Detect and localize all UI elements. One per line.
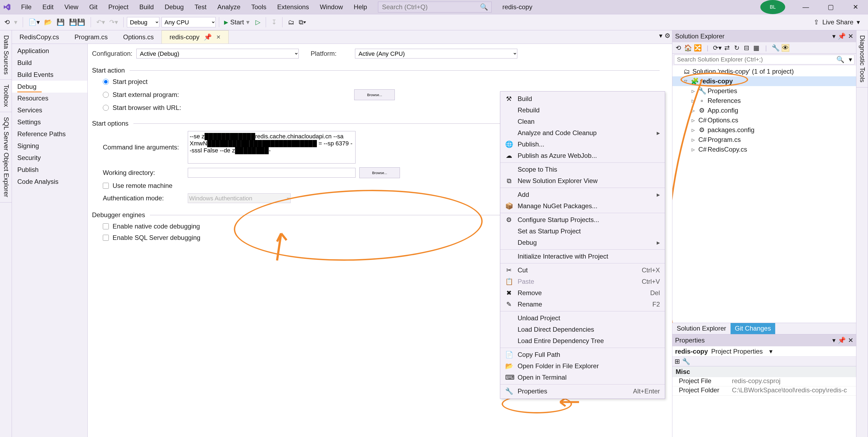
- ctx-open-folder-in-file-explorer[interactable]: 📂Open Folder in File Explorer: [500, 360, 665, 372]
- doc-tab-redis-copy[interactable]: redis-copy📌✕: [161, 30, 229, 43]
- menu-git[interactable]: Git: [84, 3, 103, 11]
- folder-button[interactable]: 🗂: [286, 17, 297, 27]
- propnav-build-events[interactable]: Build Events: [12, 69, 87, 81]
- menu-test[interactable]: Test: [189, 3, 212, 11]
- minimize-button[interactable]: —: [793, 0, 818, 14]
- maximize-button[interactable]: ▢: [818, 0, 843, 14]
- props-dd2[interactable]: ▾: [769, 348, 773, 355]
- menu-view[interactable]: View: [59, 3, 84, 11]
- twisty-icon[interactable]: ▹: [690, 107, 696, 114]
- propnav-settings[interactable]: Settings: [12, 116, 87, 128]
- propnav-build[interactable]: Build: [12, 57, 87, 69]
- start-without-debug-button[interactable]: ▷: [253, 17, 262, 27]
- config-dropdown[interactable]: Debug: [127, 17, 159, 27]
- browse-wd-button[interactable]: Browse...: [359, 167, 400, 178]
- se-node-program-cs[interactable]: ▹C#Program.cs: [672, 135, 856, 145]
- menu-debug[interactable]: Debug: [159, 3, 189, 11]
- window-layout-button[interactable]: ⧉▾: [297, 17, 308, 27]
- twisty-icon[interactable]: ▹: [690, 126, 696, 134]
- propnav-services[interactable]: Services: [12, 104, 87, 116]
- menu-edit[interactable]: Edit: [37, 3, 59, 11]
- twisty-icon[interactable]: ▿: [683, 78, 689, 85]
- ctx-set-as-startup-project[interactable]: Set as Startup Project: [500, 226, 665, 237]
- twisty-icon[interactable]: ▹: [690, 87, 696, 95]
- propnav-reference-paths[interactable]: Reference Paths: [12, 128, 87, 140]
- start-external-radio[interactable]: [103, 92, 109, 98]
- menu-extensions[interactable]: Extensions: [272, 3, 314, 11]
- props-row[interactable]: Project Fileredis-copy.csproj: [672, 377, 856, 386]
- se-refresh-icon[interactable]: ↻: [733, 44, 741, 52]
- propnav-debug[interactable]: Debug: [12, 81, 87, 93]
- remote-machine-checkbox[interactable]: [103, 183, 109, 189]
- solution-explorer-tree[interactable]: 🗂Solution 'redis-copy' (1 of 1 project)▿…: [672, 65, 856, 323]
- close-tab-button[interactable]: ✕: [216, 34, 221, 40]
- ctx-configure-startup-projects-[interactable]: ⚙Configure Startup Projects...: [500, 214, 665, 226]
- ctx-rename[interactable]: ✎RenameF2: [500, 299, 665, 310]
- menu-help[interactable]: Help: [348, 3, 372, 11]
- se-search-input[interactable]: [674, 55, 834, 64]
- ctx-build[interactable]: ⚒Build: [500, 93, 665, 105]
- propnav-security[interactable]: Security: [12, 152, 87, 164]
- tab-options-button[interactable]: ⚙: [664, 32, 671, 39]
- right-strip-diagnostic-tools[interactable]: Diagnostic Tools: [856, 30, 868, 87]
- ctx-scope-to-this[interactable]: Scope to This: [500, 164, 665, 175]
- left-strip-toolbox[interactable]: Toolbox: [0, 80, 12, 112]
- props-close[interactable]: ✕: [848, 337, 854, 344]
- new-item-button[interactable]: 📄▾: [26, 17, 42, 27]
- doc-tab-options-cs[interactable]: Options.cs: [116, 31, 161, 43]
- panel-dropdown-button[interactable]: ▾: [832, 32, 836, 40]
- se-node-packages-config[interactable]: ▹⚙packages.config: [672, 125, 856, 135]
- se-tab-git-changes[interactable]: Git Changes: [731, 323, 775, 334]
- se-collapse-icon[interactable]: ⊟: [743, 44, 750, 52]
- left-strip-sql-server-object-explorer[interactable]: SQL Server Object Explorer: [0, 112, 12, 203]
- menu-project[interactable]: Project: [103, 3, 134, 11]
- sql-debug-checkbox[interactable]: [103, 235, 109, 241]
- menu-analyze[interactable]: Analyze: [212, 3, 246, 11]
- close-button[interactable]: ✕: [843, 0, 868, 14]
- ctx-publish-as-azure-webjob-[interactable]: ☁Publish as Azure WebJob...: [500, 150, 665, 162]
- menu-build[interactable]: Build: [134, 3, 159, 11]
- ctx-clean[interactable]: Clean: [500, 116, 665, 127]
- open-button[interactable]: 📂: [42, 17, 54, 27]
- se-search-dd[interactable]: ▾: [847, 56, 854, 63]
- start-button[interactable]: ▶Start▾: [222, 17, 253, 27]
- ctx-debug[interactable]: Debug: [500, 237, 665, 248]
- ctx-load-entire-dependency-tree[interactable]: Load Entire Dependency Tree: [500, 335, 665, 347]
- nav-fwd-button[interactable]: ▾: [12, 17, 20, 27]
- twisty-icon[interactable]: ▹: [690, 116, 696, 124]
- ctx-unload-project[interactable]: Unload Project: [500, 313, 665, 324]
- ctx-copy-full-path[interactable]: 📄Copy Full Path: [500, 349, 665, 360]
- save-button[interactable]: 💾: [54, 17, 67, 27]
- pin-icon[interactable]: 📌: [204, 33, 212, 41]
- left-strip-data-sources[interactable]: Data Sources: [0, 30, 12, 80]
- se-preview-icon[interactable]: 👁: [782, 44, 789, 52]
- se-showall-icon[interactable]: ▦: [752, 44, 760, 52]
- doc-tab-program-cs[interactable]: Program.cs: [67, 31, 116, 43]
- undo-button[interactable]: ↶▾: [94, 17, 107, 27]
- ctx-add[interactable]: Add: [500, 189, 665, 200]
- redo-button[interactable]: ↷▾: [107, 17, 120, 27]
- menu-window[interactable]: Window: [314, 3, 348, 11]
- solution-explorer-search[interactable]: 🔍▾: [674, 55, 855, 64]
- quick-search-input[interactable]: [382, 3, 480, 11]
- project-context-menu[interactable]: ⚒BuildRebuildCleanAnalyze and Code Clean…: [500, 91, 665, 399]
- configuration-dropdown[interactable]: Active (Debug): [136, 49, 299, 58]
- start-project-radio[interactable]: [103, 79, 109, 85]
- ctx-open-in-terminal[interactable]: ⌨Open in Terminal: [500, 372, 665, 383]
- ctx-manage-nuget-packages-[interactable]: 📦Manage NuGet Packages...: [500, 200, 665, 212]
- start-browser-radio[interactable]: [103, 105, 109, 111]
- propnav-resources[interactable]: Resources: [12, 92, 87, 104]
- propnav-publish[interactable]: Publish: [12, 164, 87, 176]
- props-row[interactable]: Project FolderC:\LBWorkSpace\tool\redis-…: [672, 386, 856, 396]
- ctx-load-direct-dependencies[interactable]: Load Direct Dependencies: [500, 324, 665, 335]
- ctx-initialize-interactive-with-project[interactable]: Initialize Interactive with Project: [500, 251, 665, 262]
- se-switch-view-icon[interactable]: 🔀: [694, 44, 702, 52]
- save-all-button[interactable]: 💾💾: [67, 17, 87, 27]
- ctx-properties[interactable]: 🔧PropertiesAlt+Enter: [500, 385, 665, 397]
- step-button[interactable]: ↧: [269, 17, 279, 27]
- se-node-project[interactable]: ▿🧩redis-copy: [672, 76, 856, 86]
- menu-tools[interactable]: Tools: [246, 3, 272, 11]
- twisty-icon[interactable]: ▹: [690, 97, 696, 105]
- se-node-options-cs[interactable]: ▹C#Options.cs: [672, 115, 856, 125]
- live-share-button[interactable]: ⇪Live Share▾: [814, 19, 860, 26]
